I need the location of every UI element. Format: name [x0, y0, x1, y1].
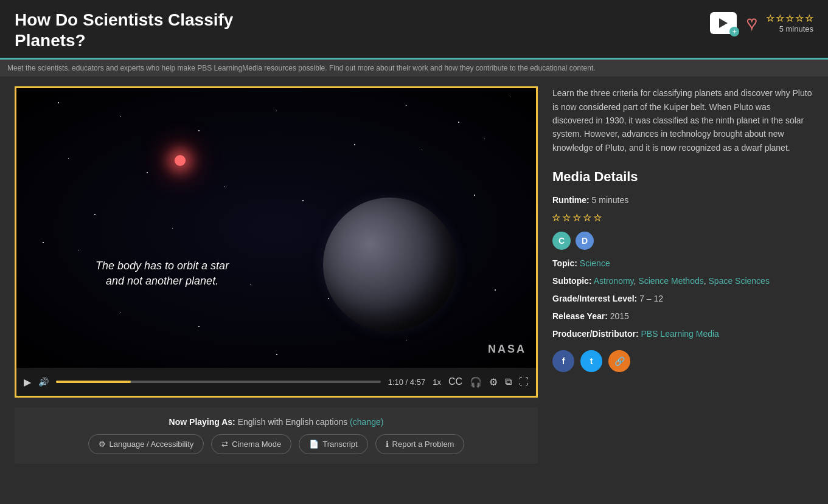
transcript-button[interactable]: 📄 Transcript — [299, 434, 367, 454]
planet — [323, 198, 457, 331]
video-settings-button[interactable]: ⚙ — [489, 376, 498, 388]
add-to-playlist-button[interactable] — [710, 12, 737, 34]
gear-icon: ⚙ — [99, 440, 106, 449]
header-rating: ★ ★ ★ ★ ★ 5 minutes — [767, 13, 813, 33]
right-panel: Learn the three criteria for classifying… — [552, 86, 813, 464]
badge-row: C D — [552, 232, 813, 250]
video-volume-button[interactable]: 🔊 — [38, 377, 49, 387]
video-controls: ▶ 🔊 1:10 / 4:57 1x CC 🎧 ⚙ ⧉ ⛶ — [16, 368, 536, 396]
subtopic-space-sciences-link[interactable]: Space Sciences — [709, 276, 770, 286]
social-row: f t 🔗 — [552, 350, 813, 372]
media-details-title: Media Details — [552, 167, 813, 187]
subtopic-science-methods-link[interactable]: Science Methods — [638, 276, 703, 286]
copy-link-button[interactable]: 🔗 — [608, 350, 630, 372]
star-1[interactable]: ★ — [767, 13, 774, 23]
subtopic-row: Subtopic: Astronomy, Science Methods, Sp… — [552, 275, 813, 288]
favorite-button[interactable]: ♥ — [746, 13, 757, 33]
star-3[interactable]: ★ — [786, 13, 794, 23]
video-time-display: 1:10 / 4:57 — [388, 378, 425, 387]
runtime-row: Runtime: 5 minutes — [552, 194, 813, 207]
twitter-share-button[interactable]: t — [580, 350, 602, 372]
action-buttons-row: ⚙ Language / Accessibility ⇄ Cinema Mode… — [29, 434, 523, 454]
topic-row: Topic: Science — [552, 257, 813, 270]
video-section: The body has to orbit a starand not anot… — [15, 86, 538, 464]
video-progress-bar[interactable] — [56, 381, 381, 383]
main-content: The body has to orbit a starand not anot… — [0, 77, 828, 474]
star-2[interactable]: ★ — [776, 13, 784, 23]
video-fullscreen-button[interactable]: ⛶ — [519, 376, 529, 387]
cinema-icon: ⇄ — [221, 440, 228, 449]
below-video-panel: Now Playing As: English with English cap… — [15, 407, 538, 464]
video-speed-button[interactable]: 1x — [433, 378, 441, 387]
scrolling-bar: Meet the scientists, educators and exper… — [0, 60, 828, 77]
release-year-row: Release Year: 2015 — [552, 310, 813, 323]
video-progress-fill — [56, 381, 131, 383]
star-field — [16, 88, 536, 368]
language-accessibility-button[interactable]: ⚙ Language / Accessibility — [88, 434, 204, 454]
header-duration: 5 minutes — [779, 24, 813, 33]
badge-d: D — [576, 232, 594, 250]
producer-row: Producer/Distributor: PBS Learning Media — [552, 328, 813, 340]
detail-star-2[interactable]: ★ — [563, 212, 571, 224]
video-captions-button[interactable]: CC — [448, 376, 462, 387]
video-screen[interactable]: The body has to orbit a starand not anot… — [16, 88, 536, 368]
cinema-mode-button[interactable]: ⇄ Cinema Mode — [211, 434, 291, 454]
now-playing-info: Now Playing As: English with English cap… — [29, 417, 523, 427]
nasa-watermark: NASA — [488, 343, 526, 356]
video-caption: The body has to orbit a starand not anot… — [96, 258, 229, 289]
report-problem-button[interactable]: ℹ Report a Problem — [375, 434, 465, 454]
video-wrapper: The body has to orbit a starand not anot… — [15, 86, 538, 398]
grade-row: Grade/Interest Level: 7 – 12 — [552, 292, 813, 305]
info-icon: ℹ — [386, 440, 389, 449]
play-icon — [719, 18, 728, 28]
video-background: The body has to orbit a starand not anot… — [16, 88, 536, 368]
change-language-link[interactable]: (change) — [350, 417, 383, 427]
detail-star-3[interactable]: ★ — [573, 212, 581, 224]
star-5[interactable]: ★ — [805, 13, 813, 23]
topic-link[interactable]: Science — [580, 258, 610, 268]
page-header: How Do Scientists Classify Planets? ♥ ★ … — [0, 0, 828, 60]
facebook-share-button[interactable]: f — [552, 350, 574, 372]
page-title: How Do Scientists Classify Planets? — [15, 10, 233, 50]
detail-star-4[interactable]: ★ — [583, 212, 591, 224]
rating-row[interactable]: ★ ★ ★ ★ ★ — [552, 212, 813, 224]
stars-row[interactable]: ★ ★ ★ ★ ★ — [767, 13, 813, 23]
description-text: Learn the three criteria for classifying… — [552, 86, 813, 154]
detail-star-5[interactable]: ★ — [594, 212, 602, 224]
transcript-icon: 📄 — [309, 440, 319, 449]
detail-star-1[interactable]: ★ — [552, 212, 560, 224]
star-4[interactable]: ★ — [796, 13, 804, 23]
video-pip-button[interactable]: ⧉ — [505, 376, 512, 387]
producer-link[interactable]: PBS Learning Media — [641, 329, 718, 339]
subtopic-astronomy-link[interactable]: Astronomy — [594, 276, 634, 286]
badge-c: C — [552, 232, 571, 250]
video-headphones-button[interactable]: 🎧 — [470, 376, 482, 388]
video-play-button[interactable]: ▶ — [24, 376, 31, 388]
header-controls: ♥ ★ ★ ★ ★ ★ 5 minutes — [710, 10, 813, 34]
